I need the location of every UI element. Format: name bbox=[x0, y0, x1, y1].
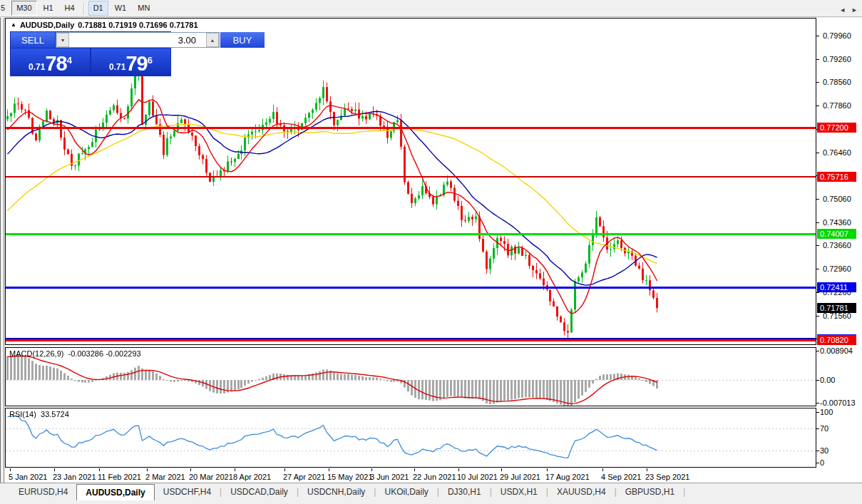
tab-xauusd-h4[interactable]: XAUUSD,H4 bbox=[548, 485, 615, 500]
tab-usdcnh-daily[interactable]: USDCNH,Daily bbox=[299, 485, 374, 500]
timeframe-button-5[interactable]: 5 bbox=[0, 1, 10, 16]
tab-scroll-arrows: ◄ ► bbox=[839, 6, 858, 14]
collapse-arrow-icon[interactable]: ▲ bbox=[11, 22, 16, 28]
date-label: 29 Jul 2021 bbox=[500, 473, 540, 481]
axis-tick-mark bbox=[816, 153, 819, 153]
tab-dj30-h1[interactable]: DJ30,H1 bbox=[439, 485, 490, 500]
rsi-label: RSI(14) 33.5724 bbox=[9, 410, 69, 418]
date-tick-mark bbox=[147, 468, 148, 471]
price-tick-label: 0.78560 bbox=[822, 78, 852, 86]
sr-price-label: 0.70820 bbox=[817, 335, 856, 345]
timeframe-button-d1[interactable]: D1 bbox=[88, 1, 108, 16]
window-frame-line bbox=[0, 18, 1, 483]
symbol-tab-bar: EURUSD,H4AUDUSD,DailyUSDCHF,H4|USDCAD,Da… bbox=[0, 483, 862, 504]
date-tick-mark bbox=[10, 468, 11, 471]
tab-usdcad-daily[interactable]: USDCAD,Daily bbox=[222, 485, 297, 500]
date-tick-mark bbox=[54, 468, 55, 471]
tab-scroll-left-icon[interactable]: ◄ bbox=[839, 6, 846, 14]
date-tick-mark bbox=[547, 468, 548, 471]
volume-input[interactable] bbox=[69, 33, 206, 47]
date-tick-mark bbox=[414, 468, 415, 471]
timeframe-button-m30[interactable]: M30 bbox=[11, 1, 36, 16]
rsi-chart[interactable] bbox=[6, 408, 816, 467]
rsi-indicator-pane[interactable]: RSI(14) 33.5724 bbox=[5, 408, 816, 468]
volume-spinner: ▼ ▲ bbox=[56, 32, 220, 48]
macd-axis-label: -0.007013 bbox=[820, 398, 856, 407]
axis-tick-mark bbox=[816, 292, 819, 293]
macd-values: -0.003286 -0.002293 bbox=[68, 349, 141, 358]
timeframe-button-w1[interactable]: W1 bbox=[110, 1, 132, 16]
volume-increase-icon[interactable]: ▲ bbox=[206, 33, 219, 47]
price-tick-label: 0.74360 bbox=[822, 218, 852, 227]
main-chart-pane[interactable]: ▲ AUDUSD,Daily 0.71881 0.71919 0.71696 0… bbox=[5, 18, 816, 345]
date-label: 23 Sep 2021 bbox=[645, 473, 689, 481]
date-label: 4 Sep 2021 bbox=[601, 473, 641, 481]
date-tick-mark bbox=[190, 468, 191, 471]
buy-price-display[interactable]: 0.71 79 6 bbox=[91, 48, 170, 76]
date-tick-mark bbox=[602, 468, 603, 471]
date-tick-mark bbox=[371, 468, 372, 471]
date-label: 3 Jun 2021 bbox=[370, 473, 409, 481]
tab-gbpusd-h1[interactable]: GBPUSD,H1 bbox=[617, 485, 683, 500]
macd-indicator-pane[interactable]: MACD(12,26,9) -0.003286 -0.002293 bbox=[5, 347, 816, 406]
toolbar-separator bbox=[83, 3, 85, 14]
sr-price-label: 0.77200 bbox=[817, 123, 856, 133]
sell-price-display[interactable]: 0.71 78 4 bbox=[11, 48, 90, 76]
date-tick-mark bbox=[235, 468, 235, 471]
date-tick-mark bbox=[329, 468, 329, 471]
buy-price-sup: 6 bbox=[148, 55, 153, 66]
axis-tick-mark bbox=[816, 82, 819, 83]
sell-price-sup: 4 bbox=[67, 55, 72, 66]
price-tick-label: 0.75060 bbox=[822, 195, 852, 203]
buy-price-big: 79 bbox=[125, 54, 147, 74]
axis-tick-mark bbox=[816, 380, 819, 381]
rsi-value: 33.5724 bbox=[41, 410, 69, 418]
tab-ukoil-daily[interactable]: UKOil,Daily bbox=[376, 485, 436, 500]
axis-tick-mark bbox=[816, 269, 819, 269]
tab-usdx-h1[interactable]: USDX,H1 bbox=[492, 485, 546, 500]
tab-scroll-right-icon[interactable]: ► bbox=[851, 6, 858, 14]
sr-price-label: 0.72411 bbox=[817, 282, 856, 292]
tab-usdchf-h4[interactable]: USDCHF,H4 bbox=[155, 485, 220, 500]
axis-tick-mark bbox=[816, 316, 819, 317]
tab-separator: | bbox=[683, 487, 685, 497]
timeframe-button-h4[interactable]: H4 bbox=[60, 1, 80, 16]
rsi-axis-label: 0 bbox=[820, 458, 824, 467]
date-tick-mark bbox=[501, 468, 502, 471]
date-label: 11 Feb 2021 bbox=[98, 473, 141, 481]
trading-terminal: 5M30H1H4D1W1MN ▲ AUDUSD,Daily 0.71881 0.… bbox=[0, 0, 862, 504]
tab-audusd-daily[interactable]: AUDUSD,Daily bbox=[76, 484, 154, 500]
timeframe-button-mn[interactable]: MN bbox=[133, 1, 155, 16]
date-label: 22 Jun 2021 bbox=[413, 473, 456, 481]
sell-price-small: 0.71 bbox=[29, 62, 45, 72]
axis-tick-mark bbox=[816, 199, 819, 200]
rsi-name: RSI(14) bbox=[9, 410, 36, 418]
axis-tick-mark bbox=[816, 36, 819, 36]
macd-axis-label: 0.008904 bbox=[820, 346, 853, 355]
date-label: 8 Apr 2021 bbox=[233, 473, 271, 481]
timeframe-button-h1[interactable]: H1 bbox=[39, 1, 58, 16]
sr-price-label: 0.75716 bbox=[817, 172, 856, 182]
axis-tick-mark bbox=[816, 428, 819, 429]
macd-name: MACD(12,26,9) bbox=[9, 349, 63, 358]
date-tick-mark bbox=[99, 468, 100, 471]
date-tick-mark bbox=[647, 468, 647, 471]
window-frame-line bbox=[4, 18, 4, 483]
macd-label: MACD(12,26,9) -0.003286 -0.002293 bbox=[9, 349, 141, 358]
axis-tick-mark bbox=[816, 222, 819, 223]
price-tick-label: 0.79260 bbox=[822, 55, 852, 63]
rsi-axis-label: 30 bbox=[820, 446, 828, 455]
sell-button[interactable]: SELL bbox=[11, 32, 55, 48]
date-axis[interactable]: 5 Jan 202123 Jan 202111 Feb 20212 Mar 20… bbox=[5, 468, 862, 483]
axis-tick-mark bbox=[816, 351, 819, 351]
axis-tick-mark bbox=[816, 463, 819, 463]
tab-eurusd-h4[interactable]: EURUSD,H4 bbox=[10, 485, 76, 500]
date-label: 10 Jul 2021 bbox=[457, 473, 498, 481]
date-label: 27 Apr 2021 bbox=[283, 473, 325, 481]
price-tick-label: 0.77860 bbox=[822, 101, 852, 110]
volume-decrease-icon[interactable]: ▼ bbox=[56, 33, 69, 47]
date-label: 17 Aug 2021 bbox=[545, 473, 590, 481]
buy-button[interactable]: BUY bbox=[220, 32, 265, 48]
one-click-trading-panel: SELL ▼ ▲ BUY 0.71 78 4 0.71 79 6 bbox=[10, 31, 171, 76]
axis-tick-mark bbox=[816, 412, 819, 413]
